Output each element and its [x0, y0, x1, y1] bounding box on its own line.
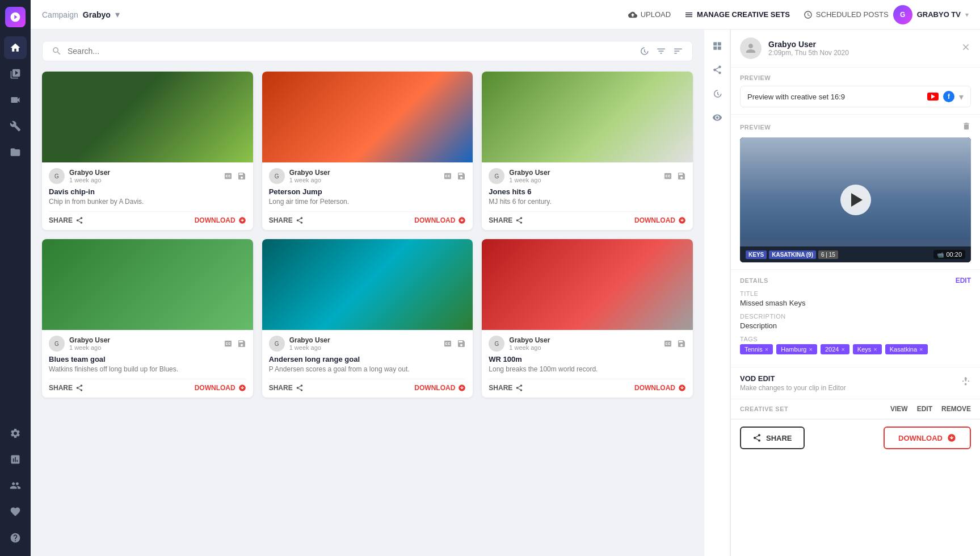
tag-hamburg-remove[interactable]: ×: [809, 346, 812, 353]
panel-close-button[interactable]: [961, 42, 971, 55]
tag-kasatkina-remove[interactable]: ×: [919, 346, 923, 353]
card3-download-button[interactable]: DOWNLOAD: [634, 216, 686, 224]
panel-download-icon: [947, 433, 956, 442]
search-input[interactable]: [68, 47, 633, 56]
card2-share-button[interactable]: SHARE: [269, 216, 304, 224]
topnav-user[interactable]: G GRABYO TV ▾: [893, 5, 969, 24]
sidebar-item-users[interactable]: [4, 474, 27, 497]
manage-creative-sets-button[interactable]: MANAGE CREATIVE SETS: [684, 10, 790, 19]
preview-selector[interactable]: Preview with creative set 16:9 f ▾: [740, 86, 971, 107]
card2-time: 1 week ago: [289, 177, 330, 183]
video-play-button[interactable]: [840, 185, 871, 215]
description-field: DESCRIPTION Description: [740, 313, 971, 330]
media-card-golf: G Grabyo User 1 week ago D: [42, 72, 253, 230]
card6-share-button[interactable]: SHARE: [489, 384, 523, 392]
creative-set-remove-button[interactable]: REMOVE: [941, 405, 971, 413]
card6-cc-icon[interactable]: [663, 339, 672, 348]
card6-save-icon[interactable]: [677, 339, 686, 348]
tag-keys-remove[interactable]: ×: [873, 346, 877, 353]
sidebar-item-tools[interactable]: [4, 115, 27, 137]
scheduled-posts-button[interactable]: SCHEDULED POSTS: [804, 10, 889, 19]
media-thumbnail-track[interactable]: [482, 239, 693, 330]
card4-save-icon[interactable]: [237, 339, 246, 348]
media-thumbnail-moto[interactable]: [262, 72, 473, 162]
card1-cc-icon[interactable]: [224, 172, 233, 181]
card1-share-button[interactable]: SHARE: [49, 216, 83, 224]
tag-tennis-remove[interactable]: ×: [765, 346, 768, 353]
search-filter-button[interactable]: [656, 46, 666, 56]
card4-avatar: G: [49, 336, 65, 352]
preview-section: PREVIEW Preview with creative set 16:9 f…: [731, 68, 980, 115]
media-card-lacrosse: G Grabyo User 1 week ago A: [262, 239, 473, 398]
panel-icon-grid[interactable]: [708, 36, 727, 56]
media-thumbnail-lacrosse[interactable]: [262, 239, 473, 330]
details-header: DETAILS EDIT: [740, 277, 971, 285]
campaign-label: Campaign: [42, 10, 78, 19]
search-history-button[interactable]: [639, 46, 649, 56]
sidebar-item-video[interactable]: [4, 89, 27, 111]
card6-download-button[interactable]: DOWNLOAD: [634, 384, 686, 392]
media-thumbnail-golf[interactable]: [42, 72, 253, 162]
panel-download-button[interactable]: DOWNLOAD: [884, 427, 971, 449]
panel-share-button[interactable]: SHARE: [740, 427, 805, 449]
panel-header: Grabyo User 2:09pm, Thu 5th Nov 2020: [731, 30, 980, 68]
card5-save-icon[interactable]: [457, 339, 466, 348]
media-thumbnail-soccer[interactable]: [42, 239, 253, 330]
creative-set-edit-button[interactable]: EDIT: [917, 405, 932, 413]
card3-save-icon[interactable]: [677, 172, 686, 181]
card3-cc-icon[interactable]: [663, 172, 672, 181]
upload-button[interactable]: UPLOAD: [628, 10, 671, 19]
search-sort-button[interactable]: [673, 46, 683, 56]
panel-icon-share[interactable]: [708, 60, 727, 80]
card4-download-button[interactable]: DOWNLOAD: [195, 384, 246, 392]
video-preview-container: PREVIEW KEYS: [731, 115, 980, 270]
media-thumbnail-cricket[interactable]: [482, 72, 693, 162]
card4-share-button[interactable]: SHARE: [49, 384, 83, 392]
sidebar-item-heart[interactable]: [4, 500, 27, 523]
details-edit-button[interactable]: EDIT: [956, 277, 971, 285]
sidebar-item-clips[interactable]: [4, 62, 27, 85]
tag-kasatkina: Kasatkina×: [885, 344, 928, 354]
right-panel: Grabyo User 2:09pm, Thu 5th Nov 2020 PRE…: [730, 30, 980, 556]
sidebar-bottom: [4, 422, 27, 549]
campaign-chevron-icon[interactable]: ▾: [115, 9, 120, 20]
vod-edit-button[interactable]: [961, 377, 971, 390]
sidebar-item-help[interactable]: [4, 526, 27, 549]
card4-cc-icon[interactable]: [224, 339, 233, 348]
card1-save-icon[interactable]: [237, 172, 246, 181]
sidebar-item-settings[interactable]: [4, 422, 27, 445]
card5-cc-icon[interactable]: [443, 339, 452, 348]
card2-save-icon[interactable]: [457, 172, 466, 181]
sidebar-item-folder[interactable]: [4, 141, 27, 164]
video-delete-button[interactable]: [962, 122, 971, 133]
sidebar: [0, 0, 31, 556]
search-actions: [639, 46, 683, 56]
card3-title: Jones hits 6: [489, 187, 686, 196]
sidebar-item-home[interactable]: [4, 36, 27, 59]
card2-download-button[interactable]: DOWNLOAD: [414, 216, 466, 224]
card3-share-button[interactable]: SHARE: [489, 216, 523, 224]
card5-download-button[interactable]: DOWNLOAD: [414, 384, 466, 392]
title-field-value: Missed smash Keys: [740, 299, 971, 307]
card5-share-button[interactable]: SHARE: [269, 384, 304, 392]
topnav-avatar: G: [893, 5, 912, 24]
card3-avatar: G: [489, 168, 504, 184]
tag-hamburg: Hamburg×: [776, 344, 817, 354]
panel-icon-history[interactable]: [708, 84, 727, 103]
sidebar-item-analytics[interactable]: [4, 448, 27, 471]
campaign-name[interactable]: Grabyo: [83, 10, 111, 19]
creative-set-bar: CREATIVE SET VIEW EDIT REMOVE: [731, 399, 980, 419]
topnav-user-chevron-icon: ▾: [965, 11, 969, 19]
panel-icon-eye[interactable]: [708, 108, 727, 127]
app-logo[interactable]: [5, 7, 26, 27]
card2-cc-icon[interactable]: [443, 172, 452, 181]
media-card-cricket: G Grabyo User 1 week ago J: [482, 72, 693, 230]
card1-time: 1 week ago: [69, 177, 110, 183]
card1-download-button[interactable]: DOWNLOAD: [195, 216, 246, 224]
tag-2024-remove[interactable]: ×: [841, 346, 844, 353]
creative-set-view-button[interactable]: VIEW: [890, 405, 908, 413]
upload-label: UPLOAD: [641, 10, 671, 19]
card4-title: Blues team goal: [49, 355, 246, 363]
video-frame[interactable]: KEYS KASATKINA (9) 6 | 15 📹 00:20: [740, 137, 971, 262]
preview-selector-icons: f ▾: [927, 91, 964, 102]
